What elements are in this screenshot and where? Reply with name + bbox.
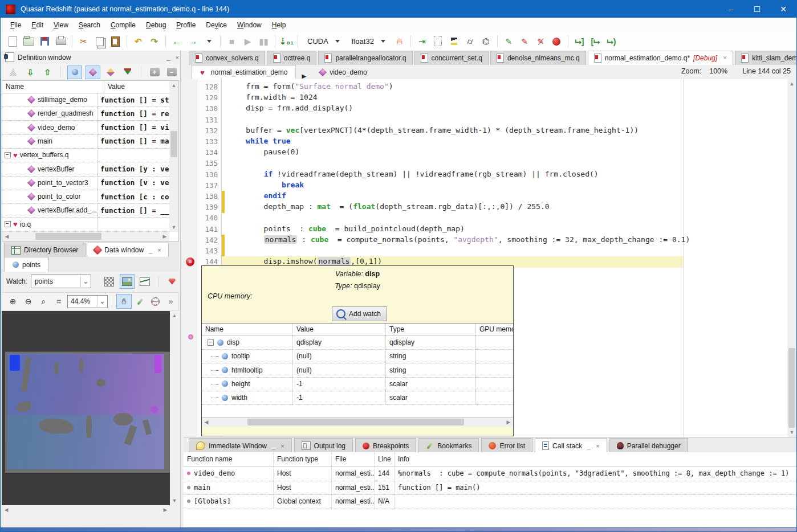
- zoom-fit-button[interactable]: ⌗: [52, 294, 66, 308]
- panel-close-button[interactable]: ×: [176, 54, 179, 61]
- menu-item-device[interactable]: Device: [201, 19, 232, 31]
- toolbar-overflow-button[interactable]: »: [164, 294, 178, 308]
- scroll-down-icon[interactable]: ▼: [169, 223, 178, 232]
- close-button[interactable]: ✕: [770, 1, 796, 18]
- tooltip-row-htmltooltip[interactable]: htmltooltip(null)string: [202, 363, 513, 378]
- export-definitions-button[interactable]: ⇧: [40, 66, 54, 79]
- quasar-gem-button[interactable]: [165, 275, 179, 288]
- add-watch-button[interactable]: Add watch: [332, 306, 387, 321]
- next-breakpoint-button[interactable]: ✎: [517, 34, 532, 49]
- column-header-value[interactable]: Value: [104, 81, 169, 93]
- tooltip-row-height[interactable]: height-1scalar: [202, 377, 513, 391]
- scroll-left-icon[interactable]: ◀: [202, 418, 211, 427]
- compile-binary-button[interactable]: ⇣₀₁: [279, 34, 294, 49]
- goto-cursor-button[interactable]: [446, 34, 462, 49]
- menu-item-edit[interactable]: Edit: [26, 19, 48, 31]
- tab-immediate-window[interactable]: Immediate Window_×: [189, 438, 292, 453]
- run-button[interactable]: ▶: [240, 34, 255, 49]
- tab-call-stack[interactable]: Call stack_×: [535, 438, 607, 453]
- bookmark-dot-icon[interactable]: [188, 334, 193, 339]
- column-header-gpu-memory[interactable]: GPU memory: [476, 324, 513, 335]
- tab-directory-browser[interactable]: Directory Browser: [4, 243, 86, 257]
- redo-button[interactable]: ↷: [147, 34, 162, 49]
- column-header-line[interactable]: Line: [375, 452, 395, 466]
- breakpoint-icon[interactable]: [186, 257, 194, 266]
- show-functions-toggle[interactable]: [86, 66, 100, 79]
- device-select[interactable]: CUDA: [302, 36, 345, 47]
- code-line-142[interactable]: 142 normals : cube = compute_normals(poi…: [184, 235, 787, 246]
- scroll-down-icon[interactable]: ▼: [170, 496, 179, 505]
- definition-row-point_to_color[interactable]: point_to_colorfunction [c : colo: [2, 190, 169, 204]
- definition-tree-vscrollbar[interactable]: ▲ ▼: [169, 81, 178, 232]
- definition-tree-hscrollbar[interactable]: ◀ ▶: [2, 232, 169, 241]
- scroll-up-icon[interactable]: ▲: [169, 81, 178, 90]
- code-line-139[interactable]: 139 depth_map : mat = (float(depth_strea…: [184, 202, 787, 213]
- scroll-up-icon[interactable]: ▲: [787, 79, 796, 88]
- open-file-button[interactable]: [21, 34, 36, 49]
- viewer-vscrollbar[interactable]: ▲ ▼: [170, 311, 179, 505]
- copy-button[interactable]: [92, 34, 107, 49]
- file-tab-kitti_slam_demo-q[interactable]: kitti_slam_demo.q: [735, 51, 797, 65]
- tab-error-list[interactable]: Error list: [481, 438, 532, 453]
- tooltip-hscrollbar[interactable]: ◀ ▶: [202, 417, 513, 427]
- zoom-level-select[interactable]: 44.4% ⌄: [67, 295, 108, 308]
- code-line-131[interactable]: 131: [184, 114, 787, 126]
- tooltip-row-disp[interactable]: dispqdisplayqdisplay: [202, 335, 513, 350]
- code-line-132[interactable]: 132 buffer = vec[vertexPNCT](4*(depth_st…: [184, 125, 787, 137]
- code-line-143[interactable]: 143: [184, 245, 787, 257]
- scroll-up-icon[interactable]: ▲: [170, 311, 179, 320]
- collapse-icon[interactable]: [5, 221, 11, 227]
- print-button[interactable]: [53, 34, 68, 49]
- navigate-forward-button[interactable]: →: [185, 34, 201, 49]
- import-definitions-button[interactable]: ⇩: [23, 66, 37, 79]
- paste-button[interactable]: [108, 34, 123, 49]
- file-tab-parallelrangeallocator-q[interactable]: parallelrangeallocator.q: [318, 51, 412, 65]
- menu-item-search[interactable]: Search: [74, 19, 105, 31]
- definition-row-io.q[interactable]: ♥io.q: [2, 218, 169, 232]
- column-header-name[interactable]: Name: [202, 324, 293, 335]
- code-line-129[interactable]: 129 frm.width = 1024: [184, 92, 787, 104]
- tab-output-log[interactable]: Output log: [294, 438, 353, 453]
- undo-button[interactable]: ↶: [131, 34, 146, 49]
- code-line-130[interactable]: 130 disp = frm.add_display(): [184, 103, 787, 114]
- menu-item-window[interactable]: Window: [232, 19, 267, 31]
- column-header-function-type[interactable]: Function type: [274, 452, 332, 466]
- plot-view-button[interactable]: [138, 275, 152, 288]
- panel-close-button[interactable]: ×: [596, 443, 599, 449]
- column-header-value[interactable]: Value: [293, 324, 386, 335]
- scroll-left-icon[interactable]: ◀: [2, 505, 11, 514]
- code-line-136[interactable]: 136 if !vidreadframe(depth_stream) || !v…: [184, 169, 787, 181]
- cut-button[interactable]: ✂: [76, 34, 91, 49]
- step-out-button[interactable]: ⮡): [604, 34, 619, 49]
- tab-parallel-debugger[interactable]: Parallel debugger: [609, 438, 688, 453]
- definition-row-vertex_buffers.q[interactable]: ♥vertex_buffers.q: [2, 148, 169, 162]
- show-variables-toggle[interactable]: [67, 66, 82, 79]
- viewer-hscrollbar[interactable]: ◀ ▶: [2, 505, 170, 515]
- menu-item-profile[interactable]: Profile: [171, 19, 201, 31]
- panel-close-button[interactable]: ×: [280, 443, 284, 449]
- menu-item-compile[interactable]: Compile: [105, 19, 141, 31]
- code-line-134[interactable]: 134 pause(0): [184, 147, 787, 158]
- image-view-button[interactable]: [120, 274, 135, 289]
- column-header-function-name[interactable]: Function name: [184, 452, 274, 466]
- call-stack-row-video_demo[interactable]: video_demoHostnormal_esti...144%normals …: [184, 466, 796, 481]
- column-header-file[interactable]: File: [332, 452, 375, 466]
- code-line-133[interactable]: 133 while true: [184, 136, 787, 148]
- call-stack-row-Globals[interactable]: [Globals]Global contextnormal_esti...N/A: [184, 494, 796, 509]
- navigate-back-button[interactable]: ←: [169, 34, 185, 49]
- show-all-symbols-button[interactable]: [104, 66, 117, 79]
- scroll-left-icon[interactable]: ◀: [2, 232, 11, 241]
- clear-breakpoints-button[interactable]: ✎̸: [533, 34, 548, 49]
- scroll-down-icon[interactable]: ▼: [787, 428, 796, 437]
- toggle-breakpoint-button[interactable]: ✎: [501, 34, 517, 49]
- collapse-all-button[interactable]: −: [165, 66, 178, 79]
- code-line-140[interactable]: 140: [184, 212, 787, 224]
- panel-minimize-button[interactable]: _: [272, 443, 275, 449]
- menu-item-file[interactable]: File: [5, 19, 26, 31]
- collapse-icon[interactable]: [208, 339, 214, 346]
- menu-item-view[interactable]: View: [48, 19, 74, 31]
- menu-item-help[interactable]: Help: [267, 19, 291, 31]
- filter-funnel-button[interactable]: [121, 66, 135, 79]
- doc-tab-expander-icon[interactable]: ▶: [297, 73, 311, 79]
- tab-data-window[interactable]: Data window _ ×: [87, 243, 168, 257]
